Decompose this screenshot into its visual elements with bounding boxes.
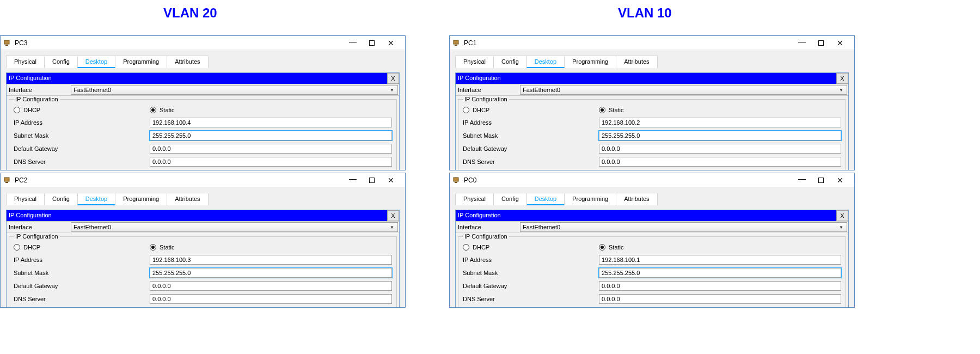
- fieldset-legend: IP Configuration: [463, 96, 509, 102]
- tab-bar: Physical Config Desktop Programming Attr…: [455, 56, 849, 68]
- maximize-button[interactable]: [818, 40, 824, 46]
- tab-attributes[interactable]: Attributes: [616, 56, 657, 68]
- radio-static[interactable]: Static: [599, 244, 624, 251]
- panel-close-button[interactable]: X: [387, 73, 399, 84]
- interface-select[interactable]: FastEthernet0: [520, 85, 847, 95]
- radio-static[interactable]: Static: [150, 244, 175, 251]
- radio-dhcp[interactable]: DHCP: [14, 107, 150, 113]
- window-pc3: PC3 Physical Config Desktop Programming: [0, 35, 406, 170]
- svg-rect-7: [455, 182, 457, 183]
- gw-label: Default Gateway: [463, 283, 599, 289]
- mask-input[interactable]: 255.255.255.0: [150, 268, 392, 278]
- tab-desktop[interactable]: Desktop: [526, 193, 565, 205]
- ip-config-panel: IP Configuration X Interface FastEtherne…: [455, 72, 849, 170]
- dns-label: DNS Server: [463, 296, 599, 302]
- ip-input[interactable]: 192.168.100.3: [150, 255, 392, 265]
- fieldset-legend: IP Configuration: [14, 96, 60, 102]
- fieldset-legend: IP Configuration: [14, 233, 60, 240]
- tab-physical[interactable]: Physical: [6, 56, 45, 68]
- maximize-button[interactable]: [369, 40, 375, 46]
- gw-label: Default Gateway: [14, 145, 150, 152]
- ip-input[interactable]: 192.168.100.2: [599, 118, 841, 127]
- tab-physical[interactable]: Physical: [455, 56, 494, 68]
- dns-input[interactable]: 0.0.0.0: [599, 294, 841, 304]
- tab-programming[interactable]: Programming: [564, 193, 616, 205]
- mask-input[interactable]: 255.255.255.0: [599, 268, 841, 278]
- tab-programming[interactable]: Programming: [115, 193, 167, 205]
- panel-close-button[interactable]: X: [836, 210, 848, 221]
- tab-physical[interactable]: Physical: [455, 193, 494, 205]
- tab-programming[interactable]: Programming: [564, 56, 616, 68]
- close-button[interactable]: [382, 39, 400, 47]
- gw-input[interactable]: 0.0.0.0: [599, 144, 841, 154]
- tab-config[interactable]: Config: [493, 193, 527, 205]
- radio-dhcp-label: DHCP: [23, 107, 40, 113]
- minimize-button[interactable]: [793, 39, 811, 47]
- panel-title: IP Configuration: [7, 73, 387, 84]
- radio-static[interactable]: Static: [150, 107, 175, 113]
- radio-static-label: Static: [160, 244, 175, 251]
- tab-programming[interactable]: Programming: [115, 56, 167, 68]
- tab-bar: Physical Config Desktop Programming Attr…: [455, 193, 849, 205]
- titlebar[interactable]: PC3: [1, 36, 405, 50]
- tab-desktop[interactable]: Desktop: [526, 56, 565, 68]
- fieldset-legend: IP Configuration: [463, 233, 509, 240]
- interface-label: Interface: [456, 224, 519, 230]
- tab-attributes[interactable]: Attributes: [167, 56, 208, 68]
- minimize-button[interactable]: [344, 39, 362, 47]
- ip-input[interactable]: 192.168.100.4: [150, 118, 392, 127]
- radio-dhcp[interactable]: DHCP: [463, 107, 599, 113]
- svg-rect-3: [5, 182, 8, 183]
- dns-input[interactable]: 0.0.0.0: [150, 157, 392, 167]
- mask-input[interactable]: 255.255.255.0: [150, 131, 392, 141]
- gw-label: Default Gateway: [14, 283, 150, 289]
- interface-select[interactable]: FastEthernet0: [520, 222, 847, 232]
- tab-physical[interactable]: Physical: [6, 193, 45, 205]
- radio-dhcp[interactable]: DHCP: [14, 244, 150, 251]
- svg-rect-6: [454, 178, 458, 181]
- tab-attributes[interactable]: Attributes: [616, 193, 657, 205]
- tab-attributes[interactable]: Attributes: [167, 193, 208, 205]
- app-icon: [4, 39, 11, 47]
- close-button[interactable]: [831, 39, 849, 47]
- dns-label: DNS Server: [14, 158, 150, 165]
- gw-input[interactable]: 0.0.0.0: [150, 281, 392, 291]
- interface-select[interactable]: FastEthernet0: [71, 222, 398, 232]
- maximize-button[interactable]: [818, 178, 824, 183]
- tab-desktop[interactable]: Desktop: [77, 56, 115, 68]
- dns-input[interactable]: 0.0.0.0: [150, 294, 392, 304]
- close-button[interactable]: [382, 176, 400, 185]
- interface-select[interactable]: FastEthernet0: [71, 85, 398, 95]
- titlebar[interactable]: PC1: [450, 36, 854, 50]
- dns-label: DNS Server: [463, 158, 599, 165]
- dns-input[interactable]: 0.0.0.0: [599, 157, 841, 167]
- window-title: PC1: [464, 39, 476, 47]
- tab-desktop[interactable]: Desktop: [77, 193, 115, 205]
- panel-close-button[interactable]: X: [836, 73, 848, 84]
- tab-config[interactable]: Config: [493, 56, 527, 68]
- app-icon: [453, 39, 461, 47]
- gw-input[interactable]: 0.0.0.0: [599, 281, 841, 291]
- ip-config-fieldset: IP Configuration DHCP Static IP Address1…: [9, 99, 397, 170]
- gw-input[interactable]: 0.0.0.0: [150, 144, 392, 154]
- titlebar[interactable]: PC2: [1, 173, 405, 187]
- minimize-button[interactable]: [344, 176, 362, 185]
- ip-config-fieldset: IP Configuration DHCP Static IP Address1…: [458, 236, 846, 308]
- radio-static[interactable]: Static: [599, 107, 624, 113]
- svg-rect-1: [5, 45, 8, 46]
- radio-dhcp-label: DHCP: [473, 107, 489, 113]
- radio-static-label: Static: [160, 107, 175, 113]
- radio-dhcp[interactable]: DHCP: [463, 244, 599, 251]
- panel-close-button[interactable]: X: [387, 210, 399, 221]
- gw-label: Default Gateway: [463, 145, 599, 152]
- maximize-button[interactable]: [369, 178, 375, 183]
- titlebar[interactable]: PC0: [450, 173, 854, 187]
- close-button[interactable]: [831, 176, 849, 185]
- tab-config[interactable]: Config: [44, 56, 78, 68]
- minimize-button[interactable]: [793, 176, 811, 185]
- tab-config[interactable]: Config: [44, 193, 78, 205]
- ip-input[interactable]: 192.168.100.1: [599, 255, 841, 265]
- ip-label: IP Address: [463, 119, 599, 126]
- heading-vlan-20: VLAN 20: [163, 5, 217, 21]
- mask-input[interactable]: 255.255.255.0: [599, 131, 841, 141]
